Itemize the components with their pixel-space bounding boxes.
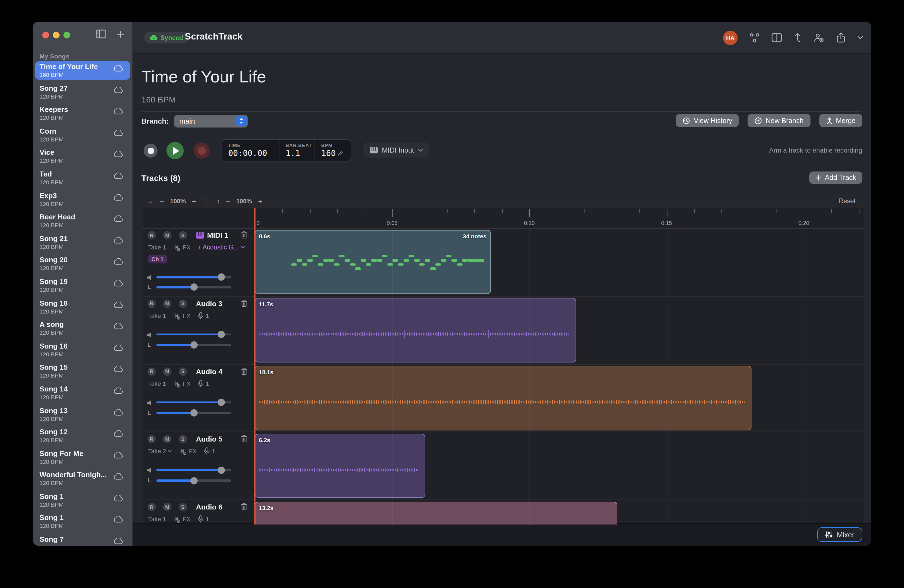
volume-slider-track[interactable] bbox=[156, 469, 231, 471]
branch-select[interactable]: main bbox=[174, 114, 248, 127]
sidebar-item-song[interactable]: Vice 120 BPM bbox=[35, 147, 130, 166]
audio-clip[interactable]: 6.2s bbox=[255, 434, 425, 498]
add-collaborator-icon[interactable] bbox=[813, 33, 824, 43]
solo-button[interactable]: S bbox=[179, 300, 187, 308]
fx-button[interactable]: FX bbox=[180, 447, 197, 455]
edit-pencil-icon[interactable] bbox=[338, 151, 343, 156]
reset-zoom-button[interactable]: Reset bbox=[836, 197, 859, 205]
user-avatar[interactable]: HA bbox=[723, 30, 738, 45]
record-arm-button[interactable]: R bbox=[147, 231, 156, 239]
sidebar-item-song[interactable]: Beer Head 120 BPM bbox=[35, 212, 130, 230]
mute-button[interactable]: M bbox=[163, 367, 171, 376]
v-zoom-in-button[interactable]: + bbox=[257, 198, 263, 205]
stop-button[interactable] bbox=[144, 144, 158, 158]
sidebar-item-song[interactable]: Song 18 120 BPM bbox=[35, 298, 130, 316]
h-zoom-in-button[interactable]: + bbox=[191, 198, 197, 205]
fx-button[interactable]: FX bbox=[174, 379, 191, 387]
instrument-selector[interactable]: ♪ Acoustic G... bbox=[198, 244, 245, 251]
input-channel[interactable]: 1 bbox=[198, 379, 209, 387]
volume-slider-track[interactable] bbox=[156, 334, 231, 335]
input-channel[interactable]: 1 bbox=[204, 447, 215, 455]
new-branch-button[interactable]: New Branch bbox=[748, 114, 810, 127]
time-ruler[interactable]: 00:050:100:150:20 bbox=[142, 208, 864, 229]
record-arm-button[interactable]: R bbox=[147, 367, 156, 376]
merge-button[interactable]: Merge bbox=[819, 114, 862, 127]
delete-track-button[interactable] bbox=[240, 435, 248, 443]
split-view-icon[interactable] bbox=[771, 33, 782, 42]
pan-slider-track[interactable] bbox=[156, 286, 231, 288]
take-selector[interactable]: Take 2 bbox=[148, 448, 172, 455]
take-selector[interactable]: Take 1 bbox=[148, 244, 166, 251]
sidebar-item-song[interactable]: Corn 120 BPM bbox=[35, 126, 130, 144]
delete-track-button[interactable] bbox=[240, 503, 248, 511]
sidebar-toggle-icon[interactable] bbox=[96, 30, 106, 38]
sidebar-item-song[interactable]: Song 21 120 BPM bbox=[35, 233, 130, 252]
mixer-button[interactable]: Mixer bbox=[817, 527, 862, 542]
take-selector[interactable]: Take 1 bbox=[148, 312, 166, 319]
take-selector[interactable]: Take 1 bbox=[148, 515, 166, 522]
minimize-window-button[interactable] bbox=[53, 32, 60, 38]
sidebar-item-song[interactable]: Wonderful Tonigh... 120 BPM bbox=[35, 469, 130, 488]
sidebar-item-song[interactable]: Time of Your Life 160 BPM bbox=[35, 61, 130, 80]
sidebar-item-song[interactable]: Song 19 120 BPM bbox=[35, 276, 130, 294]
delete-track-button[interactable] bbox=[240, 367, 248, 375]
add-track-button[interactable]: Add Track bbox=[809, 172, 862, 184]
record-arm-button[interactable]: R bbox=[147, 503, 156, 511]
volume-slider-thumb[interactable] bbox=[218, 399, 225, 406]
delete-track-button[interactable] bbox=[240, 300, 248, 307]
audio-clip[interactable]: 13.2s bbox=[255, 501, 617, 525]
new-song-button[interactable] bbox=[116, 30, 125, 38]
record-button[interactable] bbox=[194, 142, 210, 159]
sidebar-item-song[interactable]: Song For Me 120 BPM bbox=[35, 448, 130, 466]
sidebar-item-song[interactable]: Song 16 120 BPM bbox=[35, 340, 130, 359]
playhead[interactable] bbox=[254, 208, 256, 525]
volume-slider-thumb[interactable] bbox=[218, 466, 225, 474]
solo-button[interactable]: S bbox=[179, 435, 187, 444]
mute-button[interactable]: M bbox=[163, 435, 171, 444]
bpm-value[interactable]: 160 bbox=[321, 149, 336, 158]
sidebar-item-song[interactable]: Ted 120 BPM bbox=[35, 169, 130, 187]
audio-clip[interactable]: 11.7s bbox=[255, 298, 576, 362]
pan-slider-thumb[interactable] bbox=[190, 341, 198, 349]
audio-clip[interactable]: 18.1s bbox=[255, 366, 752, 430]
solo-button[interactable]: S bbox=[179, 231, 187, 239]
close-window-button[interactable] bbox=[42, 32, 49, 38]
solo-button[interactable]: S bbox=[179, 367, 187, 376]
pointer-tool-icon[interactable] bbox=[794, 32, 801, 43]
delete-track-button[interactable] bbox=[240, 231, 248, 239]
sidebar-item-song[interactable]: Song 1 120 BPM bbox=[35, 512, 130, 531]
sidebar-item-song[interactable]: Song 12 120 BPM bbox=[35, 427, 130, 445]
midi-clip[interactable]: 8.6s 34 notes bbox=[255, 230, 491, 294]
chevron-down-icon[interactable] bbox=[857, 36, 863, 40]
volume-slider-track[interactable] bbox=[156, 276, 231, 278]
sidebar-item-song[interactable]: Song 27 120 BPM bbox=[35, 83, 130, 101]
sidebar-item-song[interactable]: Keepers 120 BPM bbox=[35, 104, 130, 122]
h-zoom-out-button[interactable]: − bbox=[159, 198, 165, 205]
fx-button[interactable]: FX bbox=[174, 312, 191, 319]
zoom-window-button[interactable] bbox=[63, 32, 70, 38]
midi-input-selector[interactable]: MIDI Input bbox=[363, 142, 429, 158]
v-zoom-out-button[interactable]: − bbox=[225, 198, 231, 205]
sidebar-item-song[interactable]: A song 120 BPM bbox=[35, 319, 130, 337]
sidebar-item-song[interactable]: Exp3 120 BPM bbox=[35, 190, 130, 209]
collaboration-icon[interactable] bbox=[749, 33, 760, 43]
mute-button[interactable]: M bbox=[163, 300, 171, 308]
mute-button[interactable]: M bbox=[163, 503, 171, 511]
sidebar-item-song[interactable]: Song 14 120 BPM bbox=[35, 384, 130, 402]
pan-slider-track[interactable] bbox=[156, 480, 231, 482]
share-icon[interactable] bbox=[836, 32, 846, 43]
sidebar-item-song[interactable]: Song 15 120 BPM bbox=[35, 362, 130, 381]
volume-slider-thumb[interactable] bbox=[218, 273, 225, 281]
sidebar-item-song[interactable]: Song 7 120 BPM bbox=[35, 534, 130, 546]
solo-button[interactable]: S bbox=[179, 503, 187, 511]
pan-slider-thumb[interactable] bbox=[190, 284, 198, 291]
pan-slider-track[interactable] bbox=[156, 344, 231, 346]
take-selector[interactable]: Take 1 bbox=[148, 380, 166, 387]
volume-slider-track[interactable] bbox=[156, 401, 231, 403]
input-channel[interactable]: 1 bbox=[198, 312, 209, 319]
fx-button[interactable]: FX bbox=[174, 515, 191, 523]
view-history-button[interactable]: View History bbox=[676, 114, 739, 127]
sidebar-item-song[interactable]: Song 13 120 BPM bbox=[35, 405, 130, 424]
play-button[interactable] bbox=[166, 142, 184, 159]
volume-slider-thumb[interactable] bbox=[218, 331, 225, 338]
